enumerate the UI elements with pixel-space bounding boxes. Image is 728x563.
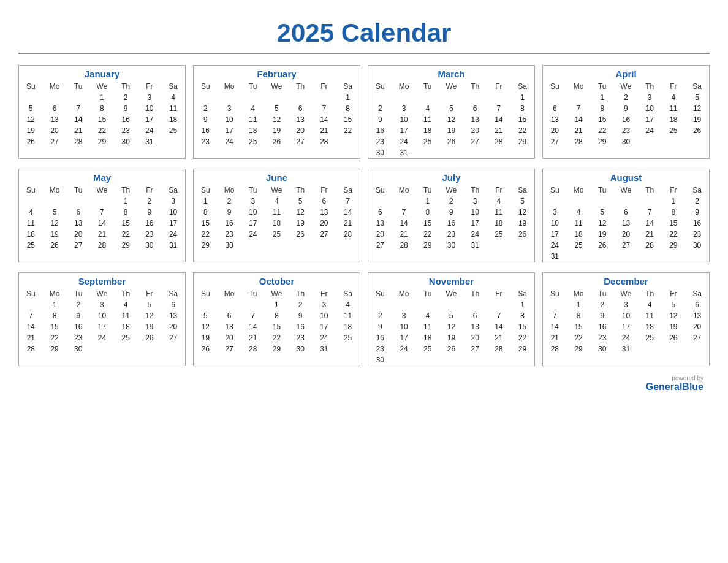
day-cell: 13: [543, 114, 567, 125]
day-cell: 8: [590, 103, 614, 114]
day-cell: 2: [368, 310, 392, 321]
day-cell: 11: [161, 103, 185, 114]
day-cell: 29: [510, 343, 534, 354]
weekday-header: Sa: [685, 81, 709, 92]
day-cell: 2: [138, 196, 162, 207]
table-row: 2345678: [194, 103, 360, 114]
day-cell: 28: [567, 136, 591, 147]
footer-powered-by: powered by: [18, 375, 703, 381]
table-row: 11121314151617: [19, 218, 185, 229]
month-table-september: SuMoTuWeThFrSa12345678910111213141516171…: [19, 288, 185, 354]
weekday-header: Fr: [138, 288, 162, 299]
day-cell: 8: [336, 103, 360, 114]
day-cell: 23: [368, 343, 392, 354]
month-block-november: NovemberSuMoTuWeThFrSa123456789101112131…: [368, 272, 535, 366]
weekday-header: We: [90, 185, 114, 196]
table-row: 12131415161718: [19, 114, 185, 125]
day-cell: 4: [19, 207, 43, 218]
day-cell: 10: [241, 207, 265, 218]
table-row: 30: [368, 354, 534, 366]
day-cell: 30: [138, 240, 162, 251]
month-name-june: June: [194, 169, 360, 185]
day-cell: [336, 240, 360, 251]
day-cell: 24: [392, 343, 416, 354]
weekday-header: Sa: [161, 81, 185, 92]
day-cell: 1: [510, 92, 534, 103]
day-cell: [638, 251, 662, 262]
day-cell: 17: [392, 125, 416, 136]
day-cell: 20: [368, 229, 392, 240]
table-row: 20212223242526: [543, 125, 709, 136]
day-cell: 22: [590, 125, 614, 136]
day-cell: 4: [662, 92, 686, 103]
day-cell: 28: [487, 343, 511, 354]
month-table-july: SuMoTuWeThFrSa12345678910111213141516171…: [368, 185, 534, 251]
day-cell: 23: [685, 229, 709, 240]
day-cell: 4: [638, 299, 662, 310]
table-row: 2345678: [368, 103, 534, 114]
table-row: 14151617181920: [543, 321, 709, 332]
day-cell: 13: [685, 310, 709, 321]
day-cell: 22: [567, 332, 591, 343]
weekday-header: Th: [463, 288, 487, 299]
day-cell: 6: [66, 207, 90, 218]
day-cell: 27: [161, 332, 185, 343]
weekday-header: Sa: [510, 81, 534, 92]
month-name-october: October: [194, 273, 360, 288]
day-cell: [415, 147, 439, 158]
day-cell: 15: [662, 218, 686, 229]
day-cell: 26: [138, 332, 162, 343]
day-cell: 29: [662, 240, 686, 251]
day-cell: 2: [439, 196, 463, 207]
day-cell: 26: [439, 343, 463, 354]
weekday-header: Fr: [487, 288, 511, 299]
table-row: 18192021222324: [19, 229, 185, 240]
month-name-may: May: [19, 169, 185, 185]
table-row: 567891011: [19, 103, 185, 114]
day-cell: [543, 92, 567, 103]
day-cell: 28: [638, 240, 662, 251]
day-cell: 27: [614, 240, 638, 251]
month-table-february: SuMoTuWeThFrSa12345678910111213141516171…: [194, 81, 360, 147]
day-cell: 10: [161, 207, 185, 218]
day-cell: 10: [463, 207, 487, 218]
day-cell: 12: [289, 207, 313, 218]
table-row: 3456789: [543, 207, 709, 218]
day-cell: 10: [138, 103, 162, 114]
day-cell: 10: [90, 310, 114, 321]
weekday-header: Mo: [392, 288, 416, 299]
day-cell: 1: [510, 299, 534, 310]
day-cell: 4: [567, 207, 591, 218]
table-row: 1: [194, 92, 360, 103]
day-cell: 27: [463, 136, 487, 147]
day-cell: 28: [313, 136, 336, 147]
day-cell: 2: [614, 92, 638, 103]
day-cell: 18: [241, 125, 265, 136]
day-cell: 25: [19, 240, 43, 251]
day-cell: [415, 354, 439, 366]
day-cell: 11: [265, 207, 289, 218]
day-cell: 11: [567, 218, 591, 229]
month-name-july: July: [368, 169, 534, 185]
day-cell: 16: [685, 218, 709, 229]
day-cell: 30: [439, 240, 463, 251]
day-cell: 7: [90, 207, 114, 218]
day-cell: 18: [161, 114, 185, 125]
day-cell: 9: [685, 207, 709, 218]
day-cell: [567, 251, 591, 262]
month-table-april: SuMoTuWeThFrSa12345678910111213141516171…: [543, 81, 709, 147]
day-cell: 17: [90, 321, 114, 332]
month-name-april: April: [543, 66, 709, 81]
day-cell: 29: [265, 343, 289, 354]
day-cell: 9: [439, 207, 463, 218]
day-cell: 2: [368, 103, 392, 114]
day-cell: 13: [614, 218, 638, 229]
weekday-header: Fr: [487, 185, 511, 196]
day-cell: 15: [43, 321, 67, 332]
day-cell: 23: [66, 332, 90, 343]
day-cell: 26: [289, 229, 313, 240]
weekday-header: Sa: [510, 185, 534, 196]
day-cell: 28: [90, 240, 114, 251]
weekday-header: Fr: [662, 81, 686, 92]
day-cell: 18: [662, 114, 686, 125]
